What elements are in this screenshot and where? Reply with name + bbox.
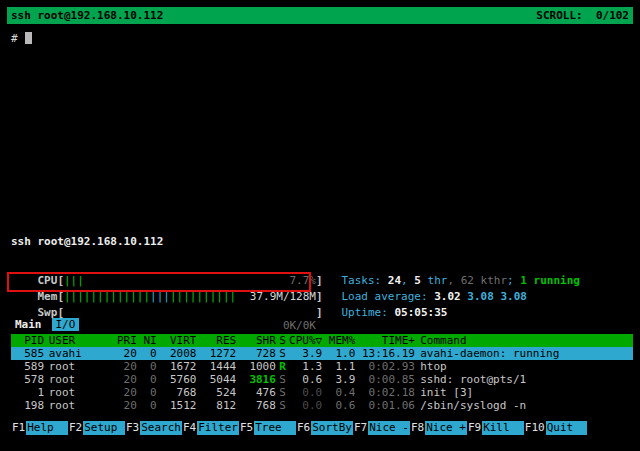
column-header-res[interactable]: RES [196,334,236,347]
column-header-mem[interactable]: MEM% [322,334,355,347]
fkey-label: Help [26,421,68,435]
table-row[interactable]: 1root200768524476S0.00.40:02.18init [3] [11,386,633,399]
table-cell: init [3] [415,386,633,399]
table-cell: 578 [11,373,44,386]
scroll-indicator: SCROLL: 0/102 [536,9,629,22]
table-cell: sshd: root@pts/1 [415,373,633,386]
table-cell: 2008 [157,347,197,360]
table-cell: 1672 [157,360,197,373]
tab-main[interactable]: Main [11,318,46,331]
table-cell: 0.0 [289,386,322,399]
fkey-number: F3 [125,421,140,434]
table-cell: 0 [137,347,157,360]
table-cell: 0 [137,373,157,386]
column-header-ni[interactable]: NI [137,334,157,347]
column-header-user[interactable]: USER [44,334,110,347]
column-header-pri[interactable]: PRI [110,334,136,347]
process-table-header[interactable]: PIDUSERPRINIVIRTRESSHRSCPU%▽MEM%TIME+Com… [11,334,633,347]
table-cell: R [276,360,289,373]
table-cell: root [44,373,110,386]
table-cell: 0:00.85 [355,373,415,386]
table-cell: 1444 [196,360,236,373]
table-cell: 1.1 [322,360,355,373]
table-cell: 198 [11,399,44,412]
fkey-help[interactable]: F1Help [11,421,68,435]
fkey-filter[interactable]: F4Filter [182,421,239,435]
table-cell: 524 [196,386,236,399]
fkey-number: F7 [353,421,368,434]
table-cell: 0 [137,360,157,373]
fkey-sortby[interactable]: F6SortBy [296,421,353,435]
table-cell: 20 [110,386,136,399]
fkey-nice-[interactable]: F8Nice + [410,421,467,435]
table-cell: S [276,399,289,412]
fkey-label: Setup [83,421,125,435]
table-cell: htop [415,360,633,373]
column-header-virt[interactable]: VIRT [157,334,197,347]
fkey-search[interactable]: F3Search [125,421,182,435]
swap-meter-value: 0K/0K [283,319,316,332]
table-cell: 768 [157,386,197,399]
table-cell: avahi-daemon: running [415,347,633,360]
prompt-char: # [11,32,18,45]
shell-prompt-line[interactable]: # [11,32,32,45]
column-header-pid[interactable]: PID [11,334,44,347]
fkey-number: F10 [524,421,546,434]
fkey-number: F6 [296,421,311,434]
fkey-label: Kill [482,421,524,435]
column-header-s[interactable]: S [276,334,289,347]
table-row[interactable]: 589root200167214441000R1.31.10:02.93htop [11,360,633,373]
fkey-quit[interactable]: F10Quit [524,421,588,435]
fkey-number: F5 [239,421,254,434]
table-cell: S [276,347,289,360]
table-cell: 1.0 [322,347,355,360]
table-cell: root [44,386,110,399]
running-count: 1 running [520,274,580,287]
column-header-command[interactable]: Command [415,334,633,347]
top-pane-titlebar: ssh root@192.168.10.112 SCROLL: 0/102 [7,7,633,24]
table-cell: 20 [110,373,136,386]
fkey-number: F1 [11,421,26,434]
table-cell: 3.9 [322,373,355,386]
fkey-label: SortBy [311,421,353,435]
top-pane-title: ssh root@192.168.10.112 [11,9,163,22]
tab-bar: MainI/O [11,318,85,331]
fkey-label: Nice - [368,421,410,435]
tab-i-o[interactable]: I/O [52,318,80,331]
table-cell: 0.0 [289,399,322,412]
table-cell: 1.3 [289,360,322,373]
table-row-selected[interactable]: 585avahi20020081272728S3.91.013:16.19ava… [11,347,633,360]
table-row[interactable]: 578root200576050443816S0.63.90:00.85sshd… [11,373,633,386]
table-cell: 3.9 [289,347,322,360]
fkey-number: F4 [182,421,197,434]
table-cell: 0:01.06 [355,399,415,412]
table-cell: 0 [137,386,157,399]
table-cell: 0.6 [289,373,322,386]
function-key-bar: F1HelpF2SetupF3SearchF4FilterF5TreeF6Sor… [11,421,587,435]
table-cell: 1000 [236,360,276,373]
fkey-setup[interactable]: F2Setup [68,421,125,435]
table-cell: 13:16.19 [355,347,415,360]
table-cell: 812 [196,399,236,412]
table-cell: root [44,399,110,412]
column-header-cpu[interactable]: CPU%▽ [289,334,322,347]
table-row[interactable]: 198root2001512812768S0.00.60:01.06/sbin/… [11,399,633,412]
fkey-kill[interactable]: F9Kill [467,421,524,435]
uptime-value: 05:05:35 [394,306,447,319]
table-cell: 20 [110,347,136,360]
load-5min: 3.08 [467,290,494,303]
table-cell: 3816 [236,373,276,386]
column-header-shr[interactable]: SHR [236,334,276,347]
table-cell: 476 [236,386,276,399]
table-cell: 0.4 [322,386,355,399]
table-cell: S [276,373,289,386]
table-cell: 5760 [157,373,197,386]
fkey-tree[interactable]: F5Tree [239,421,296,435]
column-header-time[interactable]: TIME+ [355,334,415,347]
process-table-body: 585avahi20020081272728S3.91.013:16.19ava… [11,347,633,412]
table-cell: 0:02.93 [355,360,415,373]
fkey-label: Tree [254,421,296,435]
table-cell: 0:02.18 [355,386,415,399]
fkey-nice-[interactable]: F7Nice - [353,421,410,435]
table-cell: root [44,360,110,373]
